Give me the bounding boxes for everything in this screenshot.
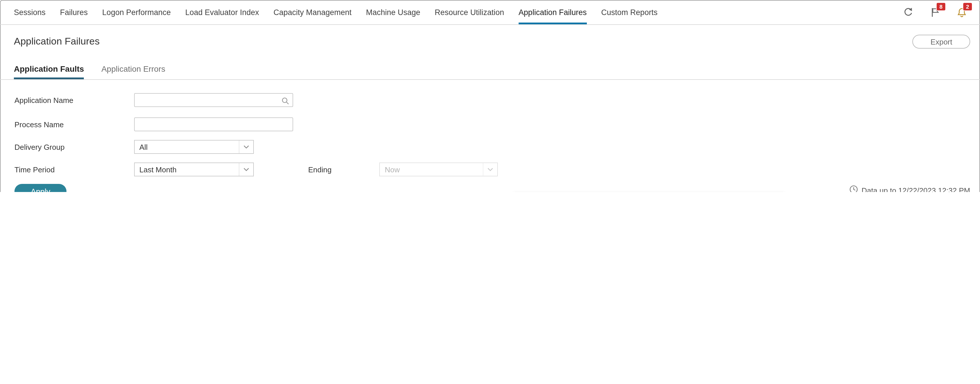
time-period-value: Last Month: [135, 165, 239, 174]
data-up-to-text: Data up to 12/22/2023 12:32 PM: [861, 186, 970, 192]
export-button[interactable]: Export: [913, 35, 970, 49]
ending-select[interactable]: Now: [380, 163, 498, 176]
delivery-group-select[interactable]: All: [134, 140, 254, 154]
application-failures-page: Sessions Failures Logon Performance Load…: [0, 0, 980, 192]
chevron-down-icon: [483, 163, 498, 176]
application-name-field-wrap: [134, 93, 293, 107]
alerts-badge: 8: [936, 2, 946, 11]
sub-tabs: Application Faults Application Errors: [0, 58, 980, 80]
title-bar: Application Failures Export: [0, 25, 980, 58]
nav-tab-capacity-management[interactable]: Capacity Management: [274, 0, 352, 24]
time-period-select[interactable]: Last Month: [134, 163, 254, 176]
nav-tab-failures[interactable]: Failures: [60, 0, 88, 24]
process-name-label: Process Name: [14, 120, 134, 129]
apply-button[interactable]: Apply: [14, 184, 67, 192]
filter-row-delivery-group: Delivery Group All: [14, 139, 254, 155]
filters-panel: Application Name Process Name: [0, 80, 980, 192]
notifications-badge: 2: [963, 2, 972, 11]
ending-label: Ending: [308, 165, 332, 174]
ending-value: Now: [380, 165, 483, 174]
application-name-label: Application Name: [14, 96, 134, 104]
chevron-down-icon: [239, 140, 253, 153]
nav-tab-machine-usage[interactable]: Machine Usage: [366, 0, 420, 24]
refresh-icon[interactable]: [902, 6, 914, 18]
tab-application-faults[interactable]: Application Faults: [14, 58, 84, 79]
delivery-group-label: Delivery Group: [14, 143, 134, 151]
nav-tab-load-evaluator-index[interactable]: Load Evaluator Index: [185, 0, 259, 24]
application-name-input[interactable]: [135, 94, 293, 107]
chevron-down-icon: [239, 163, 253, 176]
tab-application-errors[interactable]: Application Errors: [102, 58, 165, 79]
filter-row-process-name: Process Name: [14, 117, 293, 132]
top-nav: Sessions Failures Logon Performance Load…: [0, 0, 980, 25]
process-name-input[interactable]: [135, 118, 293, 131]
nav-tab-sessions[interactable]: Sessions: [14, 0, 46, 24]
nav-tab-resource-utilization[interactable]: Resource Utilization: [435, 0, 504, 24]
clock-icon: [850, 185, 858, 192]
alerts-flag-icon[interactable]: 8: [929, 6, 941, 18]
nav-tab-application-failures[interactable]: Application Failures: [519, 0, 587, 24]
delivery-group-value: All: [135, 143, 239, 151]
nav-tab-logon-performance[interactable]: Logon Performance: [102, 0, 171, 24]
notifications-bell-icon[interactable]: 2: [956, 6, 967, 18]
filter-row-application-name: Application Name: [14, 92, 293, 108]
time-period-label: Time Period: [14, 165, 134, 174]
page-title: Application Failures: [14, 36, 100, 48]
scale-wrapper: Sessions Failures Logon Performance Load…: [0, 0, 980, 192]
process-name-field-wrap: [134, 117, 293, 131]
filter-row-time-period: Time Period Last Month Ending Now: [14, 162, 498, 177]
data-up-to: Data up to 12/22/2023 12:32 PM: [850, 183, 970, 192]
search-icon: [282, 97, 289, 107]
nav-tab-custom-reports[interactable]: Custom Reports: [601, 0, 657, 24]
nav-tabs: Sessions Failures Logon Performance Load…: [14, 0, 658, 24]
nav-icon-group: 8 2: [902, 0, 980, 24]
